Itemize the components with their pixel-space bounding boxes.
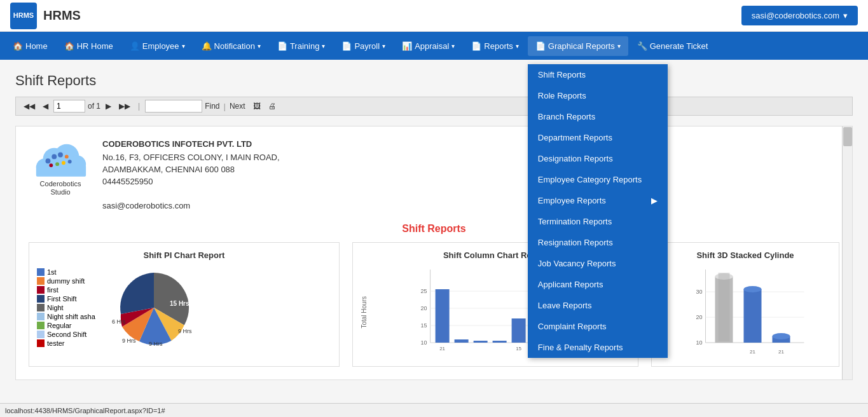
employee-reports-arrow: ▶ xyxy=(651,196,658,205)
nav-training[interactable]: 📄 Training ▾ xyxy=(270,36,333,56)
legend-label-tester: tester xyxy=(47,339,65,347)
svg-point-7 xyxy=(58,153,63,158)
svg-point-6 xyxy=(52,154,57,159)
bar3d-chart-box: Shift 3D Stacked Cylinde Total Hours 10 … xyxy=(651,242,839,367)
nav-employee[interactable]: 👤 Employee ▾ xyxy=(122,36,193,56)
nav-payroll[interactable]: 📄 Payroll ▾ xyxy=(334,36,393,56)
legend-label-night: Night xyxy=(47,304,64,311)
menu-complaint-reports[interactable]: Complaint Reports xyxy=(528,316,668,337)
legend-label-second-shift: Second Shift xyxy=(47,331,86,338)
nav-home[interactable]: 🏠 Home xyxy=(5,36,55,56)
nav-generate-ticket[interactable]: 🔧 Generate Ticket xyxy=(630,36,716,56)
menu-department-reports[interactable]: Department Reports xyxy=(528,127,668,148)
legend-color-tester xyxy=(37,339,45,347)
find-label: Find xyxy=(205,102,219,111)
report-body: Coderobotics Studio CODEROBOTICS INFOTEC… xyxy=(15,126,853,380)
svg-rect-33 xyxy=(511,318,525,343)
training-caret: ▾ xyxy=(322,43,325,50)
legend-night: Night xyxy=(37,304,95,311)
menu-shift-reports[interactable]: Shift Reports xyxy=(528,64,668,85)
charts-row: Shift PI Chart Report 1st dummy shift xyxy=(29,242,839,367)
svg-rect-47 xyxy=(719,273,730,341)
nav-notification[interactable]: 🔔 Notification ▾ xyxy=(194,36,268,56)
menu-resignation-reports[interactable]: Resignation Reports xyxy=(528,232,668,253)
company-address-1: No.16, F3, OFFICERS COLONY, I MAIN ROAD, xyxy=(102,153,280,162)
svg-rect-32 xyxy=(492,341,506,343)
svg-rect-48 xyxy=(744,289,762,343)
notification-icon: 🔔 xyxy=(202,41,212,51)
menu-employee-category-reports[interactable]: Employee Category Reports xyxy=(528,169,668,190)
svg-text:6 Hrs: 6 Hrs xyxy=(112,318,126,325)
print-btn[interactable]: 🖨 xyxy=(266,100,279,112)
legend-first-shift: First Shift xyxy=(37,295,95,303)
nav-graphical-reports[interactable]: 📄 Graphical Reports ▾ Shift Reports Role… xyxy=(528,36,628,56)
hr-home-icon: 🏠 xyxy=(64,41,74,51)
svg-rect-28 xyxy=(435,289,449,343)
next-page-btn[interactable]: ▶ xyxy=(103,100,114,112)
legend-label-1st: 1st xyxy=(47,268,57,276)
company-logo-name: Coderobotics Studio xyxy=(40,180,81,196)
bar3d-svg: 10 20 30 21 xyxy=(669,266,831,359)
reports-icon: 📄 xyxy=(471,41,481,51)
page-content: Shift Reports ◀◀ ◀ of 1 ▶ ▶▶ | Find | Ne… xyxy=(0,60,868,417)
company-address-2: ADAMBAKKAM, CHENNAI 600 088 xyxy=(102,165,280,174)
svg-text:21: 21 xyxy=(750,349,755,355)
legend-night-asha: Night shift asha xyxy=(37,313,95,320)
payroll-caret: ▾ xyxy=(382,43,385,50)
status-bar: localhost:4438/HRMS/GraphicalReport.aspx… xyxy=(0,403,868,417)
scrollbar-thumb[interactable] xyxy=(843,127,852,146)
nav-hr-home[interactable]: 🏠 HR Home xyxy=(57,36,121,56)
legend-label-regular: Regular xyxy=(47,322,72,329)
menu-role-reports[interactable]: Role Reports xyxy=(528,85,668,106)
menu-fine-penalty-reports[interactable]: Fine & Penalty Reports xyxy=(528,337,668,358)
svg-rect-4 xyxy=(36,165,86,177)
menu-employee-reports[interactable]: Employee Reports ▶ xyxy=(528,190,668,211)
svg-point-52 xyxy=(773,333,790,339)
legend-color-first-shift xyxy=(37,295,45,303)
svg-point-12 xyxy=(68,160,72,163)
prev-page-btn[interactable]: ◀ xyxy=(40,100,51,112)
page-number-input[interactable] xyxy=(53,100,85,113)
notification-caret: ▾ xyxy=(258,43,261,50)
legend-color-1st xyxy=(37,268,45,276)
svg-text:20: 20 xyxy=(696,314,703,320)
menu-termination-reports[interactable]: Termination Reports xyxy=(528,211,668,232)
pie-chart-svg: 15 Hrs 9 Hrs 9 Hrs 9 Hrs 6 Hrs xyxy=(103,266,205,349)
app-logo: HRMS xyxy=(10,3,37,29)
legend-color-night xyxy=(37,304,45,311)
legend-regular: Regular xyxy=(37,322,95,329)
svg-point-8 xyxy=(65,154,69,158)
menu-applicant-reports[interactable]: Applicant Reports xyxy=(528,274,668,295)
svg-text:15: 15 xyxy=(420,322,427,329)
employee-icon: 👤 xyxy=(130,41,140,51)
user-menu-button[interactable]: sasi@coderobotics.com xyxy=(741,6,858,25)
svg-text:9 Hrs: 9 Hrs xyxy=(149,341,163,347)
legend-tester: tester xyxy=(37,339,95,347)
app-title: HRMS xyxy=(43,8,81,23)
legend-dummy-shift: dummy shift xyxy=(37,277,95,285)
pie-legend: 1st dummy shift first First Shift xyxy=(37,268,95,347)
svg-rect-30 xyxy=(454,339,468,343)
menu-designation-reports[interactable]: Designation Reports xyxy=(528,148,668,169)
legend-label-first: first xyxy=(47,286,59,294)
menu-branch-reports[interactable]: Branch Reports xyxy=(528,106,668,127)
next-label: Next xyxy=(230,102,245,111)
find-input[interactable] xyxy=(145,100,202,113)
nav-appraisal[interactable]: 📊 Appraisal ▾ xyxy=(394,36,462,56)
menu-leave-reports[interactable]: Leave Reports xyxy=(528,295,668,316)
first-page-btn[interactable]: ◀◀ xyxy=(21,100,38,112)
scrollbar[interactable] xyxy=(842,126,852,379)
svg-text:20: 20 xyxy=(420,305,427,311)
nav-reports[interactable]: 📄 Reports ▾ xyxy=(464,36,527,56)
export-btn[interactable]: 🖼 xyxy=(251,100,263,112)
graphical-reports-icon: 📄 xyxy=(535,41,546,51)
svg-text:15 Hrs: 15 Hrs xyxy=(170,300,189,307)
svg-point-11 xyxy=(62,161,65,165)
company-name: CODEROBOTICS INFOTECH PVT. LTD xyxy=(102,139,280,149)
legend-1st: 1st xyxy=(37,268,95,276)
legend-color-second-shift xyxy=(37,331,45,338)
svg-text:21: 21 xyxy=(439,346,445,352)
toolbar-sep: | xyxy=(138,102,140,111)
last-page-btn[interactable]: ▶▶ xyxy=(116,100,133,112)
menu-job-vacancy-reports[interactable]: Job Vacancy Reports xyxy=(528,253,668,274)
